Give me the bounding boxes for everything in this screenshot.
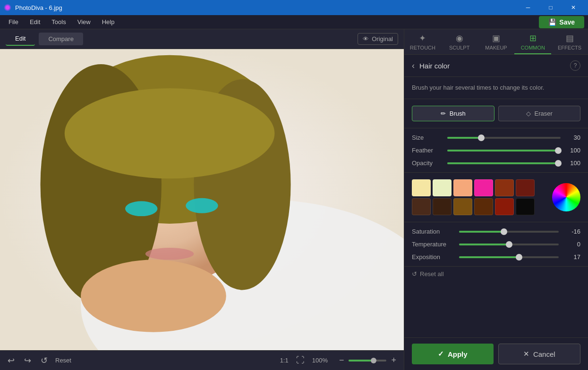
zoom-slider-thumb [371, 358, 376, 363]
color-swatches [412, 179, 546, 215]
save-label: Save [559, 18, 575, 26]
brush-button[interactable]: ✏ Brush [412, 106, 494, 121]
svg-point-6 [65, 88, 275, 178]
color-swatch-2[interactable] [453, 179, 472, 196]
color-swatch-6[interactable] [412, 198, 431, 215]
color-swatch-7[interactable] [433, 198, 452, 215]
svg-point-10 [81, 260, 226, 332]
close-button[interactable]: ✕ [562, 0, 584, 15]
eraser-button[interactable]: ◇ Eraser [498, 106, 581, 121]
fit-view-button[interactable]: ⛶ [294, 353, 307, 367]
panel-description: Brush your hair several times to change … [404, 77, 588, 99]
opacity-value: 100 [565, 160, 580, 167]
zoom-in-button[interactable]: + [389, 353, 398, 367]
tab-edit[interactable]: Edit [6, 32, 35, 46]
reset-label: Reset [55, 357, 71, 364]
color-swatch-5[interactable] [516, 179, 535, 196]
tab-effects[interactable]: ▤ EFFECTS [551, 29, 588, 54]
brush-tools: ✏ Brush ◇ Eraser [404, 99, 588, 128]
zoom-out-button[interactable]: − [337, 353, 346, 367]
temperature-row: Temperature 0 [412, 241, 580, 248]
menu-edit[interactable]: Edit [25, 17, 45, 27]
color-swatch-3[interactable] [474, 179, 493, 196]
reset-all-button[interactable]: ↺ Reset all [412, 270, 444, 278]
temperature-thumb [506, 241, 512, 248]
color-row-1 [412, 179, 546, 196]
titlebar: PhotoDiva - 6.jpg ─ □ ✕ [0, 0, 588, 15]
color-swatch-4[interactable] [495, 179, 514, 196]
color-swatch-10[interactable] [495, 198, 514, 215]
tab-retouch-label: RETOUCH [410, 45, 435, 50]
tool-tabs: ✦ RETOUCH ◉ SCULPT ▣ MAKEUP ⊞ COMMON ▤ E… [404, 29, 588, 55]
cancel-x-icon: ✕ [523, 350, 529, 358]
tab-compare[interactable]: Compare [39, 33, 83, 45]
cancel-button[interactable]: ✕ Cancel [498, 344, 581, 364]
exposition-slider[interactable] [459, 256, 559, 258]
canvas-view[interactable] [0, 49, 404, 350]
apply-label: Apply [448, 350, 468, 358]
adjustments-section: Saturation -16 Temperature 0 [404, 222, 588, 267]
cancel-label: Cancel [533, 350, 555, 358]
menu-view[interactable]: View [73, 17, 95, 27]
original-button[interactable]: 👁 Original [358, 33, 398, 45]
zoom-slider[interactable] [349, 360, 386, 362]
undo-button[interactable]: ↩ [6, 353, 17, 368]
tab-sculpt[interactable]: ◉ SCULPT [441, 29, 478, 54]
temperature-slider[interactable] [459, 244, 559, 245]
back-button[interactable]: ‹ [412, 61, 415, 71]
size-fill [447, 137, 481, 139]
color-swatch-11[interactable] [516, 198, 535, 215]
exposition-label: Exposition [412, 253, 454, 261]
zoom-ratio: 1:1 [280, 357, 289, 364]
reset-canvas-button[interactable]: ↺ [39, 353, 50, 368]
redo-button[interactable]: ↪ [22, 353, 33, 368]
window-controls: ─ □ ✕ [517, 0, 584, 15]
brush-sliders: Size 30 Feather 100 Opacity [404, 128, 588, 173]
saturation-value: -16 [563, 228, 580, 235]
menu-file[interactable]: File [4, 17, 23, 27]
save-button[interactable]: 💾 Save [539, 16, 584, 28]
size-thumb [478, 135, 485, 141]
size-slider[interactable] [447, 137, 561, 139]
tab-retouch[interactable]: ✦ RETOUCH [404, 29, 441, 54]
zoom-percent: 100% [312, 357, 328, 364]
maximize-button[interactable]: □ [540, 0, 562, 15]
menu-tools[interactable]: Tools [47, 17, 70, 27]
apply-button[interactable]: ✓ Apply [412, 344, 494, 364]
minimize-button[interactable]: ─ [517, 0, 539, 15]
photo-canvas[interactable] [0, 49, 404, 350]
opacity-slider[interactable] [447, 162, 561, 164]
exposition-fill [459, 256, 519, 258]
color-swatch-1[interactable] [433, 179, 452, 196]
retouch-icon: ✦ [419, 33, 426, 43]
svg-point-8 [186, 198, 218, 213]
feather-row: Feather 100 [412, 147, 580, 154]
tab-makeup[interactable]: ▣ MAKEUP [478, 29, 515, 54]
menu-help[interactable]: Help [97, 17, 119, 27]
color-wheel[interactable] [552, 183, 580, 211]
tab-common[interactable]: ⊞ COMMON [514, 29, 551, 54]
eye-icon: 👁 [363, 35, 369, 42]
panel-title: Hair color [419, 62, 450, 70]
feather-slider[interactable] [447, 150, 561, 151]
apply-check-icon: ✓ [438, 350, 444, 358]
feather-value: 100 [565, 147, 580, 154]
help-button[interactable]: ? [570, 60, 580, 71]
reset-all-label: Reset all [420, 270, 444, 278]
saturation-fill [459, 231, 504, 233]
color-swatch-9[interactable] [474, 198, 493, 215]
exposition-row: Exposition 17 [412, 253, 580, 261]
feather-thumb [555, 147, 562, 154]
color-swatch-0[interactable] [412, 179, 431, 196]
zoom-controls: − + [337, 353, 398, 367]
size-label: Size [412, 134, 443, 141]
color-swatch-8[interactable] [453, 198, 472, 215]
window-title: PhotoDiva - 6.jpg [15, 4, 62, 11]
tab-makeup-label: MAKEUP [485, 45, 507, 50]
opacity-fill [447, 162, 561, 164]
tab-common-label: COMMON [521, 45, 545, 50]
opacity-row: Opacity 100 [412, 160, 580, 167]
color-row-2 [412, 198, 546, 215]
app-icon [4, 4, 11, 11]
saturation-slider[interactable] [459, 231, 559, 233]
